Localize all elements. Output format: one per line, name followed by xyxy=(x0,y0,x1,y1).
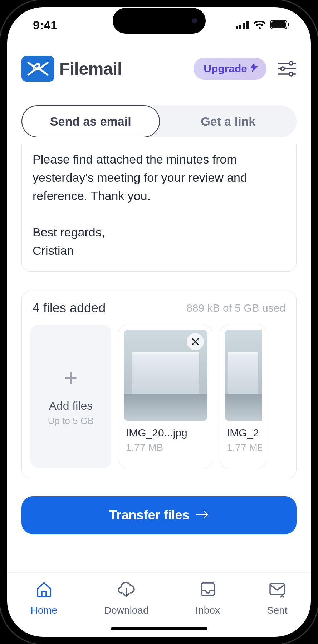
file-name: IMG_2 xyxy=(225,427,262,439)
settings-button[interactable] xyxy=(277,59,297,78)
upgrade-button[interactable]: Upgrade xyxy=(194,58,266,80)
transfer-label: Transfer files xyxy=(109,508,189,523)
file-name: IMG_20...jpg xyxy=(124,427,207,439)
svg-rect-0 xyxy=(236,26,238,29)
tab-home[interactable]: Home xyxy=(30,580,57,616)
tab-label: Sent xyxy=(267,605,288,616)
svg-rect-3 xyxy=(246,21,249,29)
tab-sent[interactable]: Sent xyxy=(267,580,288,616)
remove-file-button[interactable] xyxy=(187,333,204,350)
file-tile[interactable]: IMG_20...jpg 1.77 MB xyxy=(119,325,212,468)
home-icon xyxy=(35,580,53,601)
file-tile[interactable]: IMG_2 1.77 ME xyxy=(220,325,266,468)
file-size: 1.77 MB xyxy=(124,439,207,453)
tab-get-a-link[interactable]: Get a link xyxy=(160,105,297,137)
mode-segmented-control: Send as email Get a link xyxy=(21,105,297,137)
files-count: 4 files added xyxy=(33,301,106,316)
logo: Filemail xyxy=(21,56,122,82)
arrow-right-icon xyxy=(196,508,209,523)
transfer-files-button[interactable]: Transfer files xyxy=(21,496,297,534)
lightning-icon xyxy=(250,63,258,75)
status-icons xyxy=(236,18,289,32)
svg-rect-1 xyxy=(239,25,241,29)
message-body: Please find attached the minutes from ye… xyxy=(33,150,285,260)
app-header: Filemail Upgrade xyxy=(7,43,311,94)
tab-label: Inbox xyxy=(196,605,220,616)
tab-inbox[interactable]: Inbox xyxy=(196,580,220,616)
add-files-label: Add files xyxy=(49,399,93,413)
add-files-tile[interactable]: + Add files Up to 5 GB xyxy=(30,325,111,468)
message-card[interactable]: Please find attached the minutes from ye… xyxy=(21,145,297,272)
svg-rect-18 xyxy=(270,584,284,594)
battery-icon xyxy=(270,18,289,32)
tab-label: Download xyxy=(104,605,149,616)
wifi-icon xyxy=(254,18,266,32)
tab-label: Home xyxy=(30,605,57,616)
cellular-icon xyxy=(236,18,249,32)
files-row[interactable]: + Add files Up to 5 GB IMG_20...jpg 1.77 xyxy=(30,325,288,468)
logo-mark-icon xyxy=(21,56,54,82)
brand-name: Filemail xyxy=(59,59,122,79)
status-time: 9:41 xyxy=(33,18,57,32)
cloud-download-icon xyxy=(117,580,136,601)
svg-rect-2 xyxy=(243,23,245,29)
file-size: 1.77 ME xyxy=(225,439,262,453)
home-indicator xyxy=(111,627,207,630)
files-card: 4 files added 889 kB of 5 GB used + Add … xyxy=(21,291,297,478)
add-files-sublabel: Up to 5 GB xyxy=(48,415,94,426)
sent-icon xyxy=(268,580,287,601)
file-thumbnail xyxy=(225,330,262,421)
tab-send-as-email[interactable]: Send as email xyxy=(21,105,160,137)
file-thumbnail xyxy=(124,330,207,421)
svg-rect-5 xyxy=(271,21,286,28)
svg-point-8 xyxy=(289,62,293,65)
svg-point-10 xyxy=(281,67,284,70)
plus-icon: + xyxy=(64,366,77,389)
bottom-tabbar: Home Download Inbox Sent xyxy=(7,572,311,637)
upgrade-label: Upgrade xyxy=(204,63,247,75)
svg-rect-17 xyxy=(201,583,214,596)
files-usage: 889 kB of 5 GB used xyxy=(186,302,285,314)
device-frame: 9:41 xyxy=(0,0,318,644)
tab-download[interactable]: Download xyxy=(104,580,149,616)
inbox-icon xyxy=(199,580,217,601)
device-notch xyxy=(113,8,206,34)
app-screen: 9:41 xyxy=(7,7,311,637)
svg-rect-6 xyxy=(288,23,289,26)
svg-point-12 xyxy=(289,72,293,76)
